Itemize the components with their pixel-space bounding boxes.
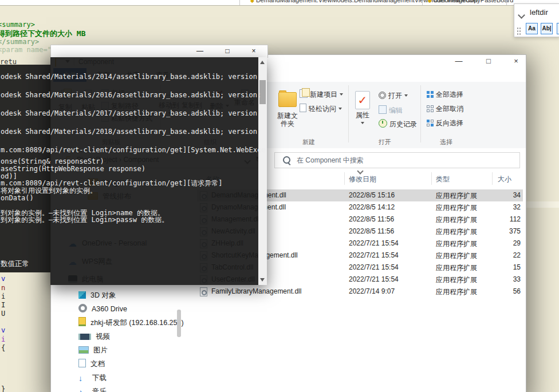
nav-member-label: UsedImageCopyPasteBoard: [434, 0, 513, 3]
minimize-button[interactable]: —: [447, 55, 470, 68]
xml-doc-comment: </summary>: [0, 38, 39, 46]
scroll-up-icon[interactable]: [260, 61, 265, 64]
regex-button[interactable]: .*: [557, 23, 559, 34]
whole-word-button[interactable]: Ab|: [541, 23, 553, 34]
console-output: onse(String& responseStr) aseString(Http…: [1, 158, 223, 224]
group-label-new: 新建: [292, 138, 326, 146]
code-margin-char: }: [1, 385, 5, 392]
3d-cube-icon: [78, 291, 86, 299]
column-header-size[interactable]: 大小: [498, 175, 511, 184]
history-button[interactable]: 历史记录: [379, 118, 417, 130]
a360-icon: [78, 304, 87, 312]
properties-icon: ✓: [355, 91, 370, 109]
class-icon: ◆: [250, 0, 254, 3]
new-folder-button[interactable]: 新建文件夹: [274, 88, 301, 128]
properties-button[interactable]: ✓ 属性: [350, 88, 375, 127]
console-status-line: 数值正常: [1, 259, 29, 269]
column-header-date[interactable]: 修改日期: [349, 175, 376, 184]
quick-find-panel: leftdir Aa Ab| .*: [514, 3, 559, 37]
sidebar-item-3d-objects[interactable]: 3D 对象: [56, 288, 193, 302]
code-margin-char: v: [1, 326, 5, 334]
code-margin-char: I: [1, 301, 5, 309]
column-separator: [344, 172, 345, 185]
network-drive-icon: [78, 317, 86, 326]
invert-selection-button[interactable]: 反向选择: [427, 117, 463, 129]
drag-grip-icon[interactable]: [517, 27, 521, 36]
nav-separator: [422, 0, 423, 5]
code-margin-char: i: [1, 335, 5, 343]
sidebar-item-a360-drive[interactable]: A360 Drive: [56, 302, 193, 316]
select-none-icon: [427, 105, 434, 112]
select-all-icon: [427, 91, 434, 98]
column-separator: [492, 172, 493, 185]
column-header-type[interactable]: 类型: [436, 175, 450, 184]
find-query-input[interactable]: leftdir: [530, 8, 548, 17]
easy-access-button[interactable]: 轻松访问: [300, 103, 342, 114]
sidebar-item-music[interactable]: ♪音乐: [56, 385, 193, 392]
search-placeholder: 在 Component 中搜索: [297, 156, 364, 165]
search-input[interactable]: 在 Component 中搜索: [274, 152, 520, 168]
table-row[interactable]: FamilyLibraryManagement.dll2022/7/14 9:0…: [197, 286, 523, 298]
open-icon: [379, 92, 386, 99]
chevron-down-icon[interactable]: [518, 11, 525, 19]
nav-separator: [239, 0, 240, 5]
edit-button[interactable]: 编辑: [379, 105, 403, 116]
new-item-icon: [300, 89, 308, 98]
column-separator: [431, 172, 432, 185]
maximize-button[interactable]: □: [477, 55, 500, 68]
editor-line-highlight: [525, 201, 559, 208]
download-arrow-icon: ↓: [78, 371, 88, 379]
match-case-button[interactable]: Aa: [526, 23, 538, 34]
nav-member-dropdown[interactable]: ◆UsedImageCopyPasteBoard: [428, 0, 513, 3]
invert-selection-icon: [427, 120, 434, 126]
console-titlebar[interactable]: — □ ×: [50, 45, 268, 58]
videos-icon: [78, 334, 91, 340]
sidebar-item-network-drive[interactable]: zhkj-研发部 (192.168.16.253): [56, 316, 193, 330]
code-margin-char: v: [1, 275, 5, 283]
easy-access-icon: [300, 104, 306, 112]
pictures-icon: [78, 346, 89, 354]
sidebar-item-pictures[interactable]: 图片: [56, 343, 193, 357]
vs-navigation-bar: ◆DemandManagement.ViewModels.DemandManag…: [0, 0, 559, 6]
search-icon: [283, 156, 290, 164]
maximize-button[interactable]: □: [216, 45, 239, 57]
music-note-icon: ♪: [78, 385, 88, 392]
nav-separator: [506, 0, 507, 5]
documents-icon: [78, 359, 86, 367]
edit-icon: [379, 105, 387, 114]
history-icon: [379, 119, 387, 128]
sidebar-item-downloads[interactable]: ↓下载: [56, 371, 193, 385]
group-label-select: 选择: [430, 138, 462, 146]
sidebar-scrollbar[interactable]: [177, 310, 181, 337]
select-none-button[interactable]: 全部取消: [427, 103, 463, 114]
code-margin-char: {: [1, 344, 5, 352]
sidebar-item-documents[interactable]: 文档: [56, 357, 193, 371]
new-folder-icon: [278, 92, 297, 107]
close-button[interactable]: ×: [505, 55, 527, 68]
new-item-button[interactable]: 新建项目: [300, 89, 343, 100]
code-margin-char: n: [1, 284, 5, 292]
open-button[interactable]: 打开: [379, 90, 408, 101]
member-icon: ◆: [428, 0, 432, 3]
xml-doc-comment: <summary>: [0, 21, 35, 29]
close-button[interactable]: ×: [242, 45, 265, 57]
select-all-button[interactable]: 全部选择: [427, 89, 463, 100]
desktop: ◆DemandManagement.ViewModels.DemandManag…: [0, 0, 559, 392]
scroll-down-icon[interactable]: [260, 278, 265, 282]
dll-file-icon: [200, 287, 207, 296]
ribbon-separator: [348, 85, 349, 142]
group-label-open: 打开: [369, 138, 401, 146]
ribbon-separator: [420, 85, 421, 142]
code-margin-char: i: [1, 292, 5, 300]
sidebar-item-videos[interactable]: 视频: [56, 330, 193, 343]
console-output: odesk Shared/Materials/2014/assetlibrary…: [1, 72, 265, 155]
code-margin-char: U: [1, 310, 5, 318]
minimize-button[interactable]: —: [188, 45, 211, 57]
